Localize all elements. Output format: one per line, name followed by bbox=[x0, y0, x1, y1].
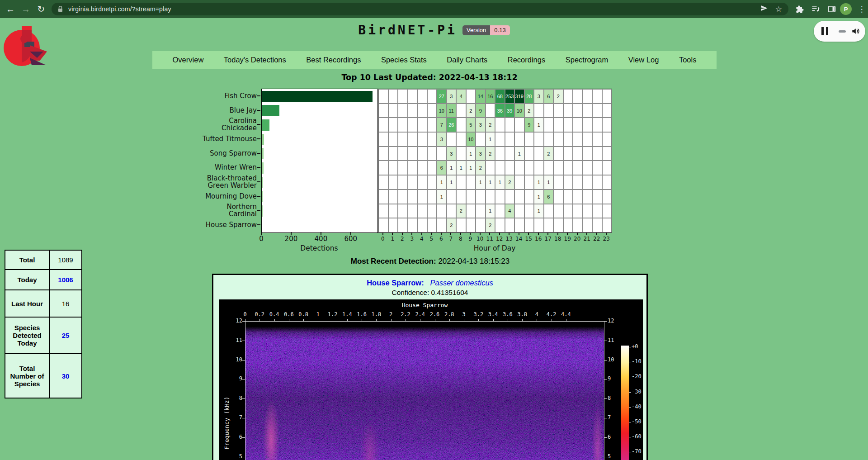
media-playlist-icon[interactable] bbox=[810, 4, 821, 14]
profile-avatar[interactable]: P bbox=[840, 3, 852, 15]
side-panel-icon[interactable] bbox=[826, 4, 837, 14]
seek-slider[interactable] bbox=[839, 30, 846, 33]
chart-title: Top 10 Last Updated: 2022-04-13 18:12 bbox=[190, 73, 669, 82]
lock-icon bbox=[57, 5, 64, 13]
bar-row-label: Mourning Dove bbox=[145, 189, 257, 204]
heatmap-cell bbox=[417, 89, 427, 104]
heatmap-cell bbox=[592, 104, 602, 118]
nav-item-overview[interactable]: Overview bbox=[173, 56, 204, 64]
hm-xtick bbox=[431, 232, 432, 235]
pause-icon[interactable] bbox=[821, 27, 828, 35]
spectrogram-xtick-label: 4.4 bbox=[557, 311, 575, 318]
heatmap-cell bbox=[592, 161, 602, 175]
nav-item-recordings[interactable]: Recordings bbox=[508, 56, 545, 64]
bar-song-sparrow bbox=[262, 148, 264, 159]
most-recent-value: 2022-04-13 18:15:23 bbox=[438, 257, 509, 266]
hm-xtick-label: 13 bbox=[504, 236, 514, 242]
heatmap-cell bbox=[514, 190, 524, 204]
heatmap-cell bbox=[573, 204, 583, 218]
heatmap-cell: 6 bbox=[544, 89, 554, 104]
spectrogram-xtick bbox=[552, 319, 552, 321]
heatmap-cell: 2 bbox=[466, 104, 476, 118]
reload-icon[interactable]: ↻ bbox=[34, 2, 48, 16]
heatmap-cell bbox=[514, 218, 524, 232]
heatmap-cell: 9 bbox=[476, 104, 486, 118]
heatmap-cell bbox=[388, 204, 398, 218]
spectrogram-xtick bbox=[566, 319, 566, 321]
nav-item-today-s-detections[interactable]: Today's Detections bbox=[224, 56, 286, 64]
browser-menu-icon[interactable]: ⋮ bbox=[856, 4, 867, 14]
bar-row-label: Black-throatedGreen Warbler bbox=[145, 175, 257, 189]
spectrogram-xtick bbox=[318, 319, 318, 321]
heatmap-cell bbox=[534, 147, 544, 161]
hm-xtick-label: 21 bbox=[582, 236, 592, 242]
heatmap-cell bbox=[602, 132, 612, 147]
heatmap-cell bbox=[378, 161, 388, 175]
heatmap-cell bbox=[447, 190, 457, 204]
most-recent-label: Most Recent Detection: bbox=[351, 257, 436, 266]
stats-value: 1089 bbox=[49, 250, 82, 270]
audio-player[interactable] bbox=[814, 21, 865, 42]
heatmap-cell bbox=[437, 218, 447, 232]
nav-item-best-recordings[interactable]: Best Recordings bbox=[306, 56, 361, 64]
spectrogram-xtick bbox=[435, 319, 435, 321]
stats-value-link[interactable]: 1006 bbox=[49, 270, 82, 290]
heatmap-cell: 9 bbox=[524, 118, 534, 132]
heatmap-cell: 2 bbox=[553, 89, 563, 104]
colorbar-tick bbox=[629, 392, 631, 393]
nav-item-view-log[interactable]: View Log bbox=[628, 56, 659, 64]
heatmap-cell bbox=[456, 118, 466, 132]
colorbar-tick-label: -10 bbox=[632, 358, 647, 365]
heatmap-cell: 4 bbox=[505, 204, 515, 218]
heatmap-cell bbox=[408, 118, 418, 132]
page-body: BirdNET-Pi Version 0.13 OverviewToday's … bbox=[0, 18, 868, 460]
heatmap-cell bbox=[573, 104, 583, 118]
spectrogram-ytick bbox=[242, 360, 245, 360]
spectrogram-xtick bbox=[347, 319, 348, 321]
bookmark-star-icon[interactable]: ☆ bbox=[775, 5, 782, 14]
heatmap-cell bbox=[592, 89, 602, 104]
bar-row-label: House Sparrow bbox=[145, 218, 257, 232]
send-icon[interactable] bbox=[760, 4, 768, 14]
spectrogram-ytick-label-right: 11 bbox=[608, 337, 623, 343]
colorbar-tick bbox=[629, 407, 631, 408]
heatmap-cell: 319 bbox=[514, 89, 524, 104]
spectrogram-xtick bbox=[333, 319, 333, 321]
heatmap-cell bbox=[592, 204, 602, 218]
heatmap-cell: 2 bbox=[544, 147, 554, 161]
heatmap-cell bbox=[427, 132, 437, 147]
extensions-puzzle-icon[interactable] bbox=[794, 4, 805, 14]
heatmap-cell: 1 bbox=[456, 161, 466, 175]
species-scientific-link[interactable]: Passer domesticus bbox=[430, 279, 493, 287]
heatmap-cell: 2 bbox=[486, 218, 495, 232]
forward-icon[interactable]: → bbox=[19, 2, 33, 16]
heatmap-cell: 1 bbox=[486, 132, 495, 147]
nav-item-tools[interactable]: Tools bbox=[679, 56, 697, 64]
heatmap-cell: 1 bbox=[534, 190, 544, 204]
heatmap-cell: 3 bbox=[447, 89, 457, 104]
heatmap-cell bbox=[602, 147, 612, 161]
address-bar[interactable]: virginia.birdnetpi.com/?stream=play ☆ bbox=[52, 3, 788, 15]
nav-item-spectrogram[interactable]: Spectrogram bbox=[566, 56, 608, 64]
heatmap-cell: 10 bbox=[514, 104, 524, 118]
detection-species-line: House Sparrow: Passer domesticus bbox=[213, 279, 646, 287]
heatmap-cell bbox=[553, 147, 563, 161]
heatmap-cell: 5 bbox=[466, 118, 476, 132]
species-common-link[interactable]: House Sparrow: bbox=[367, 279, 424, 287]
heatmap-cell bbox=[417, 118, 427, 132]
bar-xaxis-title: Detections bbox=[261, 244, 377, 252]
stats-value-link[interactable]: 25 bbox=[49, 317, 82, 354]
back-icon[interactable]: ← bbox=[4, 2, 17, 16]
spectrogram-xtick bbox=[289, 319, 289, 321]
nav-item-species-stats[interactable]: Species Stats bbox=[381, 56, 427, 64]
heatmap-cell bbox=[553, 104, 563, 118]
heatmap-cell bbox=[553, 218, 563, 232]
volume-icon[interactable] bbox=[851, 27, 860, 38]
hm-xaxis-title: Hour of Day bbox=[378, 244, 611, 252]
nav-item-daily-charts[interactable]: Daily Charts bbox=[447, 56, 487, 64]
stats-value-link[interactable]: 30 bbox=[49, 354, 82, 398]
heatmap-cell bbox=[398, 104, 408, 118]
spectrogram-xtick bbox=[391, 319, 392, 321]
bar-xtick-label: 600 bbox=[340, 235, 362, 243]
colorbar-tick bbox=[629, 437, 631, 437]
